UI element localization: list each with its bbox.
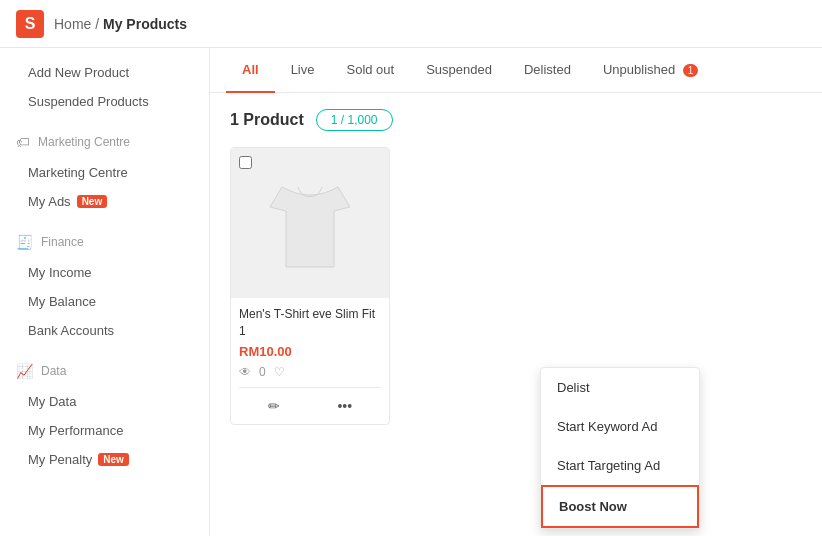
tab-live[interactable]: Live <box>275 48 331 93</box>
tab-unpublished[interactable]: Unpublished 1 <box>587 48 714 93</box>
products-header: 1 Product 1 / 1,000 <box>210 93 822 147</box>
product-checkbox[interactable] <box>239 156 252 169</box>
product-image <box>231 148 389 298</box>
dropdown-item-start-targeting-ad[interactable]: Start Targeting Ad <box>541 446 699 485</box>
product-actions: ✏ ••• <box>239 387 381 416</box>
marketing-centre-header: 🏷 Marketing Centre <box>0 126 209 158</box>
sidebar-section-marketing: 🏷 Marketing Centre Marketing Centre My A… <box>0 126 209 216</box>
tab-bar: All Live Sold out Suspended Delisted Unp… <box>210 48 822 93</box>
products-pagination: 1 / 1,000 <box>316 109 393 131</box>
tshirt-svg <box>270 163 350 283</box>
breadcrumb-home[interactable]: Home <box>54 16 91 32</box>
sidebar-item-my-ads[interactable]: My Ads New <box>0 187 209 216</box>
breadcrumb-current: My Products <box>103 16 187 32</box>
product-info: Men's T-Shirt eve Slim Fit 1 RM10.00 👁 0… <box>231 298 389 424</box>
tab-delisted[interactable]: Delisted <box>508 48 587 93</box>
finance-icon: 🧾 <box>16 234 33 250</box>
tab-sold-out[interactable]: Sold out <box>330 48 410 93</box>
sidebar-item-marketing-centre[interactable]: Marketing Centre <box>0 158 209 187</box>
sidebar-section-products: Add New Product Suspended Products <box>0 58 209 116</box>
dropdown-item-delist[interactable]: Delist <box>541 368 699 407</box>
unpublished-badge: 1 <box>683 64 699 77</box>
views-count: 0 <box>259 365 266 379</box>
sidebar-section-finance: 🧾 Finance My Income My Balance Bank Acco… <box>0 226 209 345</box>
sidebar-section-data: 📈 Data My Data My Performance My Penalty… <box>0 355 209 474</box>
breadcrumb: Home / My Products <box>54 16 187 32</box>
my-penalty-badge: New <box>98 453 129 466</box>
tag-icon: 🏷 <box>16 134 30 150</box>
edit-button[interactable]: ✏ <box>262 396 286 416</box>
breadcrumb-separator: / <box>95 16 103 32</box>
product-card: Men's T-Shirt eve Slim Fit 1 RM10.00 👁 0… <box>230 147 390 425</box>
dropdown-menu: Delist Start Keyword Ad Start Targeting … <box>540 367 700 529</box>
sidebar-item-my-income[interactable]: My Income <box>0 258 209 287</box>
data-header: 📈 Data <box>0 355 209 387</box>
more-options-button[interactable]: ••• <box>331 396 358 416</box>
sidebar-item-my-performance[interactable]: My Performance <box>0 416 209 445</box>
dropdown-item-boost-now[interactable]: Boost Now <box>541 485 699 528</box>
shopee-logo: S <box>16 10 44 38</box>
sidebar: Add New Product Suspended Products 🏷 Mar… <box>0 48 210 536</box>
logo-letter: S <box>25 15 36 33</box>
main-layout: Add New Product Suspended Products 🏷 Mar… <box>0 48 822 536</box>
eye-icon: 👁 <box>239 365 251 379</box>
product-stats: 👁 0 ♡ <box>239 365 381 379</box>
product-name: Men's T-Shirt eve Slim Fit 1 <box>239 306 381 340</box>
my-ads-badge: New <box>77 195 108 208</box>
sidebar-item-my-penalty[interactable]: My Penalty New <box>0 445 209 474</box>
sidebar-item-add-new-product[interactable]: Add New Product <box>0 58 209 87</box>
header: S Home / My Products <box>0 0 822 48</box>
tab-all[interactable]: All <box>226 48 275 93</box>
sidebar-item-my-balance[interactable]: My Balance <box>0 287 209 316</box>
app-container: S Home / My Products Add New Product Sus… <box>0 0 822 536</box>
sidebar-item-suspended-products[interactable]: Suspended Products <box>0 87 209 116</box>
sidebar-item-bank-accounts[interactable]: Bank Accounts <box>0 316 209 345</box>
product-grid: Men's T-Shirt eve Slim Fit 1 RM10.00 👁 0… <box>210 147 822 437</box>
finance-header: 🧾 Finance <box>0 226 209 258</box>
tab-suspended[interactable]: Suspended <box>410 48 508 93</box>
content-area: All Live Sold out Suspended Delisted Unp… <box>210 48 822 536</box>
heart-icon: ♡ <box>274 365 285 379</box>
products-count: 1 Product <box>230 111 304 129</box>
product-price: RM10.00 <box>239 344 381 359</box>
data-icon: 📈 <box>16 363 33 379</box>
dropdown-item-start-keyword-ad[interactable]: Start Keyword Ad <box>541 407 699 446</box>
sidebar-item-my-data[interactable]: My Data <box>0 387 209 416</box>
